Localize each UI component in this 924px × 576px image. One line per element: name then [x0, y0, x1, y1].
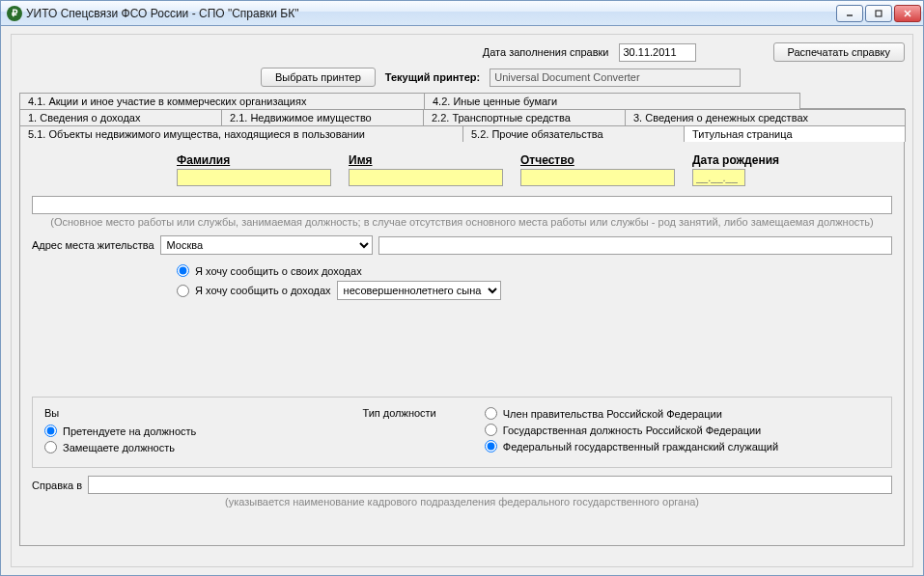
titlebar: ₽ УИТО Спецсвязи ФСО России - СПО "Справ…	[1, 1, 923, 26]
radio-state-position[interactable]	[485, 424, 497, 436]
you-title: Вы	[44, 407, 292, 419]
tab-51-property-use[interactable]: 5.1. Объекты недвижимого имущества, нахо…	[19, 125, 463, 142]
close-button[interactable]	[894, 5, 921, 22]
name-input[interactable]	[349, 169, 503, 186]
pos-type-title: Тип должности	[330, 407, 446, 419]
radio-pretend[interactable]	[44, 425, 57, 437]
dob-input[interactable]	[692, 169, 745, 186]
tab-3-money[interactable]: 3. Сведения о денежных средствах	[625, 109, 906, 125]
maximize-button[interactable]	[865, 5, 892, 22]
patronymic-label: Отчество	[520, 153, 675, 167]
tab-42-securities[interactable]: 4.2. Иные ценные бумаги	[424, 93, 800, 109]
spravka-input[interactable]	[88, 476, 892, 494]
tab-content: Фамилия Имя Отчество Дата рождения	[19, 141, 905, 546]
spravka-hint: (указывается наименование кадрового подр…	[32, 496, 892, 507]
current-printer-value	[490, 69, 741, 87]
tab-22-vehicles[interactable]: 2.2. Транспортные средства	[423, 109, 626, 125]
surname-input[interactable]	[177, 169, 331, 186]
tabs: 4.1. Акции и иное участие в коммерческих…	[19, 93, 905, 546]
surname-label: Фамилия	[177, 153, 331, 167]
radio-hold[interactable]	[44, 441, 57, 453]
position-groupbox: Вы Претендуете на должность Замещаете до…	[32, 397, 892, 468]
address-extra-input[interactable]	[378, 236, 892, 255]
spravka-label: Справка в	[32, 480, 82, 491]
radio-gov-member[interactable]	[485, 407, 497, 420]
radio-federal-civil[interactable]	[485, 440, 497, 453]
app-window: ₽ УИТО Спецсвязи ФСО России - СПО "Справ…	[0, 0, 924, 576]
date-input[interactable]	[619, 43, 696, 62]
svg-rect-1	[876, 11, 882, 16]
main-panel: Дата заполнения справки Распечатать спра…	[11, 34, 913, 567]
address-label: Адрес места жительства	[32, 239, 154, 251]
tab-1-income[interactable]: 1. Сведения о доходах	[19, 109, 222, 125]
window-title: УИТО Спецсвязи ФСО России - СПО "Справки…	[26, 7, 299, 20]
patronymic-input[interactable]	[520, 169, 675, 186]
radio-own-label: Я хочу сообщить о своих доходах	[195, 265, 362, 277]
dob-label: Дата рождения	[692, 154, 779, 167]
current-printer-label: Текущий принтер:	[385, 71, 480, 83]
job-input[interactable]	[32, 196, 892, 214]
print-button[interactable]: Распечатать справку	[773, 42, 906, 62]
radio-other-label: Я хочу сообщить о доходах	[195, 285, 331, 296]
tab-52-obligations[interactable]: 5.2. Прочие обязательства	[462, 125, 685, 142]
minimize-button[interactable]	[836, 5, 863, 22]
date-label: Дата заполнения справки	[483, 46, 609, 58]
address-select[interactable]: Москва	[160, 235, 373, 255]
tab-title-page[interactable]: Титульная страница	[684, 125, 906, 142]
radio-other-income[interactable]	[177, 285, 189, 297]
job-hint: (Основное место работы или службы, заним…	[32, 216, 892, 228]
radio-own-income[interactable]	[177, 264, 189, 277]
choose-printer-button[interactable]: Выбрать принтер	[261, 68, 376, 87]
app-icon: ₽	[7, 6, 22, 21]
tab-21-realestate[interactable]: 2.1. Недвижимое имущество	[221, 109, 424, 125]
other-income-select[interactable]: несовершеннолетнего сына	[337, 281, 501, 300]
tab-41-stocks[interactable]: 4.1. Акции и иное участие в коммерческих…	[19, 93, 425, 109]
name-label: Имя	[349, 153, 503, 167]
